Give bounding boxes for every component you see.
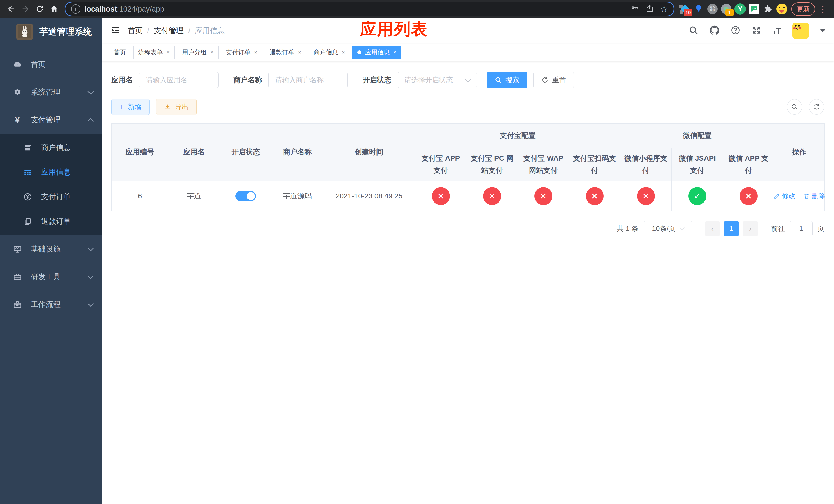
app-table: 应用编号 应用名 开启状态 商户名称 创建时间 支付宝配置 微信配置 操作 支付… [111, 123, 825, 211]
sidebar-item-refund-orders[interactable]: 退款订单 [0, 209, 102, 234]
collapse-sidebar-icon[interactable] [110, 25, 120, 37]
sidebar-menu: 首页 系统管理 ¥ 支付管理 商户信息 应用信息 [0, 51, 102, 318]
sidebar-item-home[interactable]: 首页 [0, 51, 102, 78]
merchant-name-input[interactable] [268, 72, 348, 88]
tab-pay-orders[interactable]: 支付订单× [221, 46, 262, 59]
yen-circle-icon [23, 192, 33, 201]
wx-app-status-icon [740, 187, 758, 205]
sidebar-item-payment[interactable]: ¥ 支付管理 [0, 106, 102, 134]
prev-page-button[interactable]: ‹ [705, 221, 720, 236]
forward-icon[interactable] [19, 3, 32, 15]
close-icon[interactable]: × [210, 49, 214, 55]
extension-y-icon[interactable]: Y [734, 3, 746, 15]
page-size-select[interactable]: 10条/页 [644, 221, 692, 236]
export-button[interactable]: 导出 [156, 99, 197, 115]
tab-process-form[interactable]: 流程表单× [133, 46, 175, 59]
close-icon[interactable]: × [342, 49, 345, 55]
wx-jsapi-status-icon [688, 187, 706, 205]
download-icon [164, 103, 171, 111]
goto-page-input[interactable] [790, 221, 813, 236]
delete-link[interactable]: 删除 [803, 191, 825, 201]
sidebar-item-merchant-info[interactable]: 商户信息 [0, 135, 102, 160]
sidebar-item-workflow[interactable]: 工作流程 [0, 291, 102, 318]
cell-created: 2021-10-23 08:49:25 [323, 181, 415, 211]
breadcrumb-separator: / [147, 27, 149, 35]
close-icon[interactable]: × [393, 49, 396, 55]
pencil-icon [773, 193, 780, 200]
sidebar-item-infrastructure[interactable]: 基础设施 [0, 235, 102, 263]
status-select[interactable]: 请选择开启状态 [397, 72, 477, 88]
app-logo[interactable]: 芋道管理系统 [0, 18, 102, 45]
col-wx-mini: 微信小程序支付 [620, 148, 672, 181]
alipay-app-status-icon [432, 187, 450, 205]
col-status: 开启状态 [220, 123, 272, 181]
sidebar-item-system[interactable]: 系统管理 [0, 78, 102, 106]
url-bar[interactable]: i localhost:1024/pay/app ☆ [65, 2, 675, 17]
help-icon[interactable] [731, 25, 740, 36]
home-icon[interactable] [48, 3, 61, 15]
tab-user-group[interactable]: 用户分组× [177, 46, 219, 59]
close-icon[interactable]: × [254, 49, 258, 55]
close-icon[interactable]: × [298, 49, 301, 55]
font-size-icon[interactable]: ᴛT [773, 26, 781, 36]
dashboard-icon [12, 60, 23, 69]
site-info-icon[interactable]: i [71, 4, 80, 14]
show-search-button[interactable] [787, 99, 802, 115]
extension-balloon-icon[interactable] [693, 3, 705, 15]
status-toggle[interactable] [236, 191, 256, 201]
col-wx-app: 微信 APP 支付 [723, 148, 774, 181]
group-wechat: 微信配置 [620, 123, 774, 148]
briefcase-icon [12, 300, 23, 309]
search-button[interactable]: 搜索 [487, 71, 527, 88]
password-key-icon[interactable] [631, 4, 639, 14]
reload-icon[interactable] [33, 3, 46, 15]
close-icon[interactable]: × [167, 49, 170, 55]
github-icon[interactable] [710, 25, 719, 36]
sidebar-item-pay-orders[interactable]: 支付订单 [0, 185, 102, 209]
extension-camera-icon[interactable]: 1 [720, 3, 732, 15]
browser-profile-avatar[interactable] [775, 3, 788, 15]
fullscreen-icon[interactable] [752, 25, 762, 36]
extension-blue-diamond-icon[interactable]: 10 [679, 3, 691, 15]
refresh-button[interactable] [809, 99, 824, 115]
browser-update-button[interactable]: 更新 [791, 2, 815, 16]
trash-icon [803, 193, 810, 200]
cell-merchant: 芋道源码 [272, 181, 323, 211]
sidebar-item-dev-tools[interactable]: 研发工具 [0, 263, 102, 291]
tab-home[interactable]: 首页 [109, 46, 131, 59]
user-avatar[interactable] [792, 23, 809, 39]
toolbox-icon [12, 273, 23, 281]
tab-refund-orders[interactable]: 退款订单× [265, 46, 306, 59]
reset-button[interactable]: 重置 [533, 71, 574, 88]
back-icon[interactable] [5, 3, 18, 15]
bookmark-star-icon[interactable]: ☆ [660, 5, 668, 13]
sidebar-item-label: 商户信息 [41, 142, 71, 153]
extensions-puzzle-icon[interactable] [762, 3, 774, 15]
tab-merchant-info[interactable]: 商户信息× [308, 46, 350, 59]
app-name-label: 应用名 [111, 75, 133, 85]
plus-icon: + [119, 103, 124, 111]
breadcrumb-payment[interactable]: 支付管理 [154, 26, 184, 36]
table-toolbar: + 新增 导出 [111, 99, 824, 115]
extension-badge: 10 [684, 9, 693, 16]
sidebar-item-app-info[interactable]: 应用信息 [0, 160, 102, 185]
sidebar: 芋道管理系统 首页 系统管理 ¥ 支付管理 商户信息 [0, 18, 102, 504]
breadcrumb-home[interactable]: 首页 [128, 26, 142, 36]
alipay-wap-status-icon [534, 187, 552, 205]
extension-badge: 1 [725, 9, 734, 16]
col-app-name: 应用名 [169, 123, 220, 181]
current-page-button[interactable]: 1 [724, 221, 739, 236]
extension-command-icon[interactable]: ⌘ [706, 3, 719, 15]
avatar-caret-icon[interactable] [820, 29, 825, 32]
app-name-input[interactable] [139, 72, 219, 88]
chevron-down-icon [680, 225, 685, 230]
tab-app-info[interactable]: 应用信息× [352, 46, 401, 59]
browser-menu-icon[interactable]: ⋮ [816, 5, 829, 13]
search-icon[interactable] [688, 25, 698, 36]
app-title: 芋道管理系统 [40, 26, 92, 38]
share-icon[interactable] [645, 4, 654, 14]
next-page-button[interactable]: › [743, 221, 758, 236]
add-button[interactable]: + 新增 [111, 99, 150, 115]
edit-link[interactable]: 修改 [773, 191, 795, 201]
extension-chat-icon[interactable] [748, 3, 760, 15]
